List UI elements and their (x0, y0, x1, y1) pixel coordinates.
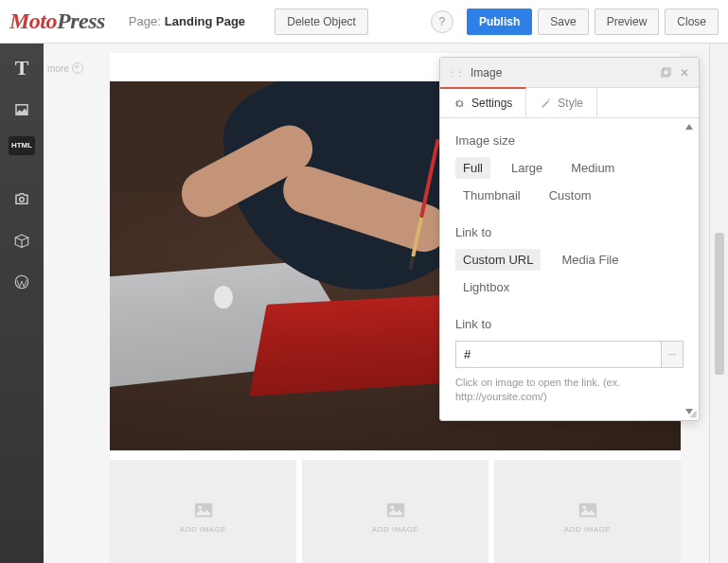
size-medium[interactable]: Medium (563, 157, 622, 179)
size-full[interactable]: Full (455, 157, 490, 179)
panel-title: Image (471, 66, 502, 79)
logo-press: Press (57, 9, 105, 33)
linkto-options: Custom URL Media File Lightbox (455, 249, 684, 298)
size-large[interactable]: Large (504, 157, 550, 179)
placeholder-icon (383, 501, 408, 521)
image-placeholder[interactable]: ADD IMAGE (494, 460, 681, 563)
logo: MotoPress (9, 9, 105, 34)
link-browse-button[interactable]: ··· (661, 341, 684, 368)
box-icon (13, 232, 30, 249)
panel-tabs: Settings Style (440, 88, 699, 118)
image-size-label: Image size (455, 133, 684, 148)
tab-style-label: Style (558, 97, 583, 110)
wand-icon (540, 97, 552, 109)
logo-moto: Moto (9, 9, 57, 33)
image-icon (13, 101, 30, 118)
topbar: MotoPress Page: Landing Page Delete Obje… (0, 0, 728, 44)
size-thumbnail[interactable]: Thumbnail (455, 185, 528, 206)
right-scrollbar[interactable] (709, 44, 728, 563)
link-hint: Click on image to open the link. (ex. ht… (455, 376, 684, 405)
page-label: Page: (129, 14, 161, 28)
link-input[interactable] (455, 341, 661, 368)
image-placeholder[interactable]: ADD IMAGE (302, 460, 488, 563)
popout-icon[interactable] (659, 66, 672, 79)
help-button[interactable]: ? (431, 10, 453, 33)
gear-icon (453, 97, 466, 110)
close-button[interactable]: Close (665, 9, 719, 35)
linkto-label: Link to (455, 225, 684, 239)
scroll-thumb[interactable] (715, 233, 724, 375)
resize-handle-icon[interactable]: ◢ (689, 408, 697, 418)
tab-settings-label: Settings (471, 97, 512, 110)
placeholder-label: ADD IMAGE (564, 525, 611, 534)
delete-object-button[interactable]: Delete Object (275, 9, 368, 35)
scroll-up-icon[interactable] (685, 124, 693, 130)
placeholder-icon (576, 501, 600, 521)
panel-header[interactable]: ⋮⋮ Image ✕ (440, 58, 699, 88)
image-placeholder[interactable]: ADD IMAGE (110, 460, 296, 563)
left-sidebar: T HTML (0, 44, 44, 563)
image-size-options: Full Large Medium Thumbnail Custom (455, 157, 684, 206)
html-tool[interactable]: HTML (9, 136, 35, 155)
more-label: more (47, 63, 69, 74)
close-panel-icon[interactable]: ✕ (678, 66, 691, 79)
image-settings-panel: ⋮⋮ Image ✕ Settings Style Image size Ful… (439, 57, 700, 421)
plus-icon (72, 62, 83, 74)
box-tool[interactable] (7, 225, 37, 255)
linkto-lightbox[interactable]: Lightbox (455, 276, 517, 298)
link-input-row: ··· (455, 341, 684, 368)
drag-grip-icon: ⋮⋮ (448, 67, 463, 78)
image-tool[interactable] (7, 95, 37, 125)
linkto-custom-url[interactable]: Custom URL (455, 249, 541, 271)
linkto-media-file[interactable]: Media File (554, 249, 626, 271)
svg-point-3 (198, 505, 202, 509)
svg-point-5 (390, 505, 394, 509)
svg-rect-9 (663, 68, 669, 75)
publish-button[interactable]: Publish (467, 9, 532, 35)
placeholder-label: ADD IMAGE (372, 525, 418, 534)
camera-icon (13, 190, 30, 207)
svg-rect-8 (661, 70, 667, 77)
tab-settings[interactable]: Settings (440, 87, 526, 117)
panel-body: Image size Full Large Medium Thumbnail C… (440, 118, 699, 420)
svg-point-7 (582, 505, 586, 509)
image-placeholder-row: ADD IMAGE ADD IMAGE ADD IMAGE (110, 460, 681, 563)
wordpress-tool[interactable] (7, 267, 37, 297)
placeholder-label: ADD IMAGE (180, 525, 226, 534)
tab-style[interactable]: Style (526, 88, 597, 117)
placeholder-icon (191, 501, 216, 521)
page-name[interactable]: Landing Page (165, 14, 245, 28)
more-toggle[interactable]: more (47, 62, 83, 74)
text-tool[interactable]: T (7, 53, 37, 83)
camera-tool[interactable] (7, 184, 37, 214)
linkfield-label: Link to (455, 317, 684, 331)
svg-point-0 (20, 198, 25, 202)
wordpress-icon (13, 273, 30, 290)
size-custom[interactable]: Custom (542, 185, 599, 206)
preview-button[interactable]: Preview (595, 9, 660, 35)
save-button[interactable]: Save (538, 9, 588, 35)
